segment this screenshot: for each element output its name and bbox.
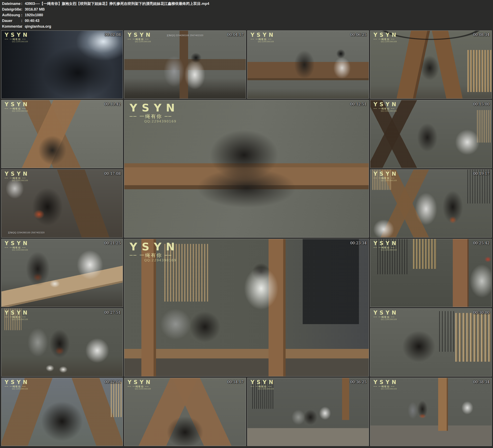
ysyn-logo-qq-line: QQ:2294390169 — [381, 110, 398, 112]
video-thumbnail-t11: YSYN── 一绳有你 ──QQ:229439016900:23:34 — [124, 239, 369, 377]
ysyn-watermark: YSYN── 一绳有你 ──QQ:2294390169 — [251, 380, 275, 390]
meta-label-aufloesung: Auflösung — [2, 12, 21, 18]
meta-row-dateigroesse: Dateigröße:3016.87 MB — [2, 7, 493, 12]
thumbnail-timestamp: 00:27:51 — [104, 310, 121, 314]
custom-qq-watermark: 定制QQ:2294390169 2567402320 — [167, 34, 203, 37]
video-thumbnail-t9: YSYN── 一绳有你 ──QQ:229439016900:19:17 — [370, 169, 492, 238]
meta-row-dauer: Dauer:00:40:43 — [2, 18, 493, 23]
ysyn-watermark: YSYN── 一绳有你 ──QQ:2294390169 — [5, 33, 29, 43]
ysyn-watermark: YSYN── 一绳有你 ──QQ:2294390169 — [374, 241, 398, 251]
thumbnail-timestamp: 00:06:25 — [350, 33, 367, 37]
ysyn-logo-subtitle: ── 一绳有你 ── — [130, 252, 179, 258]
ysyn-logo-subtitle: ── 一绳有你 ── — [374, 38, 398, 41]
ysyn-logo-subtitle: ── 一绳有你 ── — [5, 385, 29, 388]
video-thumbnail-t16: YSYN── 一绳有你 ──QQ:229439016900:34:17 — [124, 378, 246, 446]
ysyn-watermark: YSYN── 一绳有你 ──QQ:2294390169 — [374, 311, 398, 320]
ysyn-logo-text: YSYN — [374, 380, 398, 384]
video-thumbnail-t12: YSYN── 一绳有你 ──QQ:229439016900:25:42 — [370, 239, 492, 307]
ysyn-logo-text: YSYN — [374, 33, 398, 37]
meta-separator: : — [21, 1, 25, 7]
thumbnail-timestamp: 00:25:42 — [473, 241, 490, 245]
ysyn-logo-subtitle: ── 一绳有你 ── — [251, 385, 275, 388]
ysyn-logo-subtitle: ── 一绳有你 ── — [374, 246, 398, 249]
video-thumbnail-t17: YSYN── 一绳有你 ──QQ:229439016900:36:25 — [247, 378, 369, 446]
thumbnail-timestamp: 00:38:34 — [473, 380, 490, 384]
ysyn-logo-text: YSYN — [128, 380, 152, 384]
video-thumbnail-t1: YSYN── 一绳有你 ──QQ:229439016900:02:08 — [1, 31, 123, 99]
file-size-value: 3016.87 MB — [25, 7, 45, 12]
thumbnail-timestamp: 00:32:08 — [104, 380, 121, 384]
ysyn-watermark: YSYN── 一绳有你 ──QQ:2294390169 — [5, 380, 29, 390]
ysyn-logo-subtitle: ── 一绳有你 ── — [5, 316, 29, 318]
video-thumbnail-t8: YSYN── 一绳有你 ──QQ:229439016900:17:08定制QQ:… — [1, 169, 123, 238]
meta-row-dateiname: Dateiname:43903----【一绳有你】旗袍女烈【绞刑架下姐妹花】挣扎… — [2, 1, 493, 7]
ysyn-watermark: YSYN── 一绳有你 ──QQ:2294390169 — [128, 33, 152, 43]
file-name-value: 43903----【一绳有你】旗袍女烈【绞刑架下姐妹花】挣扎惨死在绞刑架下的漂亮… — [25, 1, 209, 7]
ysyn-logo-text: YSYN — [5, 172, 29, 176]
video-thumbnail-t7: YSYN── 一绳有你 ──QQ:229439016900:15:00 — [370, 100, 492, 168]
meta-row-kommentar: Kommentar:qinglanhua.org — [2, 23, 493, 29]
file-metadata-header: Dateiname:43903----【一绳有你】旗袍女烈【绞刑架下姐妹花】挣扎… — [0, 0, 493, 30]
ysyn-watermark: YSYN── 一绳有你 ──QQ:2294390169 — [374, 33, 398, 43]
ysyn-logo-text: YSYN — [5, 241, 29, 246]
thumbnail-timestamp: 00:23:34 — [350, 241, 367, 245]
ysyn-logo-subtitle: ── 一绳有你 ── — [5, 107, 29, 110]
video-thumbnail-t13: YSYN── 一绳有你 ──QQ:229439016900:27:51 — [1, 308, 123, 377]
ysyn-watermark: YSYN── 一绳有你 ──QQ:2294390169 — [374, 172, 398, 181]
ysyn-logo-subtitle: ── 一绳有你 ── — [128, 38, 152, 41]
ysyn-logo-text: YSYN — [130, 103, 179, 112]
ysyn-logo-qq-line: QQ:2294390169 — [381, 319, 398, 320]
video-thumbnail-t4: YSYN── 一绳有你 ──QQ:229439016900:08:34 — [370, 31, 492, 99]
video-thumbnail-t2: YSYN── 一绳有你 ──QQ:229439016900:04:17定制QQ:… — [124, 31, 246, 99]
ysyn-watermark: YSYN── 一绳有你 ──QQ:2294390169 — [5, 172, 29, 181]
thumbnail-timestamp: 00:12:51 — [350, 102, 367, 106]
ysyn-logo-text: YSYN — [128, 33, 152, 37]
ysyn-watermark: YSYN── 一绳有你 ──QQ:2294390169 — [5, 311, 29, 320]
thumbnail-timestamp: 00:17:08 — [104, 171, 121, 176]
duration-value: 00:40:43 — [25, 18, 39, 23]
thumbnail-timestamp: 00:15:00 — [473, 102, 490, 106]
meta-label-dateiname: Dateiname — [2, 1, 21, 7]
thumbnail-timestamp: 00:10:42 — [104, 102, 121, 106]
ysyn-logo-text: YSYN — [5, 311, 29, 315]
video-thumbnail-t14: YSYN── 一绳有你 ──QQ:229439016900:30:00 — [370, 308, 492, 377]
ysyn-logo-qq-line: QQ:2294390169 — [12, 388, 29, 390]
meta-row-aufloesung: Auflösung:1920x1080 — [2, 12, 493, 18]
ysyn-watermark: YSYN── 一绳有你 ──QQ:2294390169 — [251, 33, 275, 43]
ysyn-logo-qq-line: QQ:2294390169 — [12, 110, 29, 112]
video-thumbnail-t6: YSYN── 一绳有你 ──QQ:229439016900:12:51 — [124, 100, 369, 238]
ysyn-logo-qq-line: QQ:2294390169 — [258, 41, 275, 43]
ysyn-logo-subtitle: ── 一绳有你 ── — [5, 246, 29, 249]
meta-separator: : — [21, 12, 25, 18]
ysyn-watermark: YSYN── 一绳有你 ──QQ:2294390169 — [128, 380, 152, 390]
meta-label-dauer: Dauer — [2, 18, 21, 23]
ysyn-logo-text: YSYN — [374, 241, 398, 246]
ysyn-logo-subtitle: ── 一绳有你 ── — [374, 385, 398, 388]
ysyn-logo-subtitle: ── 一绳有你 ── — [5, 38, 29, 41]
meta-label-dateigroesse: Dateigröße — [2, 7, 21, 12]
video-thumbnail-t15: YSYN── 一绳有你 ──QQ:229439016900:32:08 — [1, 378, 123, 446]
meta-label-kommentar: Kommentar — [2, 23, 21, 29]
ysyn-logo-qq-line: QQ:2294390169 — [135, 388, 152, 390]
video-thumbnail-t5: YSYN── 一绳有你 ──QQ:229439016900:10:42 — [1, 100, 123, 168]
ysyn-logo-subtitle: ── 一绳有你 ── — [374, 177, 398, 179]
custom-qq-watermark: 定制QQ:2294390169 2567402320 — [8, 231, 45, 234]
ysyn-logo-qq-line: QQ:2294390169 — [135, 41, 152, 43]
ysyn-logo-subtitle: ── 一绳有你 ── — [251, 38, 275, 41]
thumbnail-timestamp: 00:21:25 — [104, 241, 121, 245]
thumbnail-timestamp: 00:36:25 — [350, 380, 367, 384]
ysyn-logo-text: YSYN — [5, 380, 29, 384]
ysyn-logo-subtitle: ── 一绳有你 ── — [374, 107, 398, 110]
thumbnail-contact-sheet: YSYN── 一绳有你 ──QQ:229439016900:02:08YSYN─… — [1, 31, 492, 446]
ysyn-logo-text: YSYN — [5, 33, 29, 37]
resolution-value: 1920x1080 — [25, 12, 43, 18]
thumbnail-timestamp: 00:02:08 — [104, 33, 121, 37]
thumbnail-timestamp: 00:19:17 — [473, 171, 490, 176]
thumbnail-timestamp: 00:04:17 — [227, 33, 244, 37]
ysyn-logo-text: YSYN — [374, 311, 398, 315]
ysyn-logo-text: YSYN — [374, 102, 398, 107]
thumbnail-timestamp: 00:34:17 — [227, 380, 244, 384]
ysyn-logo-text: YSYN — [5, 102, 29, 107]
ysyn-logo-qq-line: QQ:2294390169 — [381, 249, 398, 251]
ysyn-watermark: YSYN── 一绳有你 ──QQ:2294390169 — [374, 102, 398, 112]
